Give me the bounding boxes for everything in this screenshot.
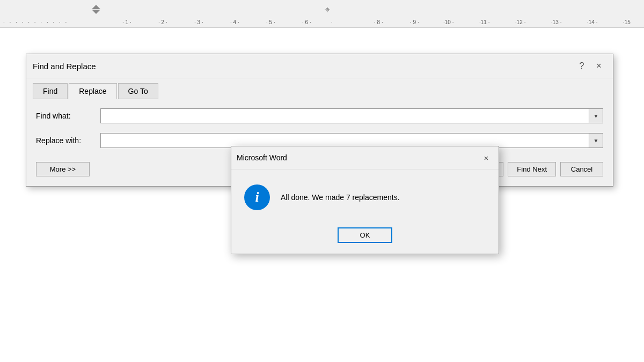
main-area: Find and Replace ? × Find Replace Go To … [0,28,644,362]
info-icon: i [244,184,270,210]
find-what-row: Find what: ▼ [36,108,603,123]
dialog-title: Find and Replace [33,62,96,71]
tab-find[interactable]: Find [33,83,68,99]
ruler-tick-10: ·10 · [443,19,453,25]
ruler-tick-5: · 5 · [266,19,275,25]
ruler-tick-6: · 6 · [302,19,311,25]
find-next-button[interactable]: Find Next [508,162,556,176]
ruler-tick-11: ·11 · [479,19,489,25]
ruler-tick-14: ·14 · [587,19,597,25]
tab-goto-label: Go To [128,87,148,95]
ruler-tick-4: · 4 · [230,19,239,25]
ruler-tick-15: ·15 [623,19,631,25]
ruler-tick-8: · 8 · [374,19,383,25]
cancel-button[interactable]: Cancel [560,162,603,176]
more-button[interactable]: More >> [36,162,90,176]
ruler-content: ⌖ · 1 · · 2 · · 3 · · 4 · · 5 · · 6 · · … [0,0,644,27]
ruler: ⌖ · 1 · · 2 · · 3 · · 4 · · 5 · · 6 · · … [0,0,644,28]
ruler-tick-1: · 1 · [122,19,131,25]
ruler-tick-13: ·13 · [551,19,561,25]
indent-icon[interactable] [90,3,102,15]
msword-titlebar: Microsoft Word × [231,146,499,169]
msword-close-button[interactable]: × [479,151,493,165]
help-button[interactable]: ? [574,58,589,73]
ok-button[interactable]: OK [338,227,393,243]
find-what-input[interactable] [100,108,589,123]
find-what-input-wrap: ▼ [100,108,603,123]
tab-find-label: Find [43,87,57,95]
ruler-tick-2: · 2 · [158,19,167,25]
msword-dialog: Microsoft Word × i All done. We made 7 r… [231,146,499,254]
msword-body: i All done. We made 7 replacements. [231,169,499,223]
msword-message: All done. We made 7 replacements. [281,193,400,202]
find-what-label: Find what: [36,112,100,120]
tab-replace-label: Replace [79,87,106,95]
dialog-tabs: Find Replace Go To [26,78,613,99]
find-what-dropdown-btn[interactable]: ▼ [589,108,603,123]
msword-footer: OK [231,223,499,254]
replace-with-dropdown-btn[interactable]: ▼ [589,133,603,148]
msword-dialog-title: Microsoft Word [237,153,287,162]
close-button[interactable]: × [591,58,606,73]
indent-bottom-marker [92,10,100,14]
replace-with-label: Replace with: [36,136,100,145]
ruler-left-dots: · · · · · · · · · · · [3,19,68,25]
dialog-title-buttons: ? × [574,58,606,73]
tab-goto[interactable]: Go To [118,83,158,99]
ruler-tick-12: ·12 · [515,19,525,25]
tab-stop-icon[interactable]: ⌖ [325,4,330,16]
info-icon-letter: i [255,189,259,205]
ruler-tick-7: · [331,19,333,25]
dialog-titlebar: Find and Replace ? × [26,54,613,78]
tab-replace[interactable]: Replace [69,83,116,99]
ruler-tick-9: · 9 · [410,19,419,25]
indent-top-marker [92,5,100,9]
ruler-tick-3: · 3 · [194,19,203,25]
